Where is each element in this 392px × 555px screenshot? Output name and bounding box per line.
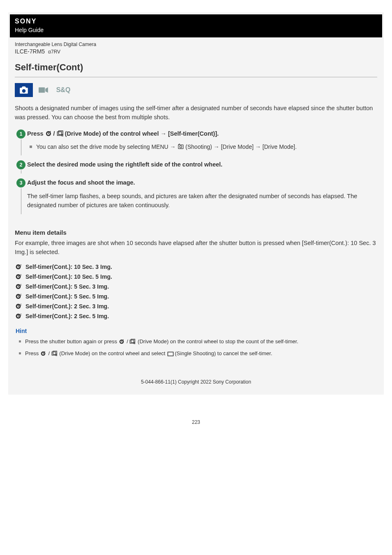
page-number: 223 xyxy=(0,407,392,429)
timer-cont-icon xyxy=(15,303,23,310)
product-info: Interchangeable Lens Digital Camera ILCE… xyxy=(10,37,382,55)
brand-logo: SONY xyxy=(15,18,377,25)
burst-icon xyxy=(57,130,63,137)
step-badge-2: 2 xyxy=(16,160,25,169)
model-code: ILCE-7RM5 xyxy=(15,48,45,55)
step-3-title: Adjust the focus and shoot the image. xyxy=(27,178,377,187)
menu-item-details-text: For example, three images are shot when … xyxy=(10,238,382,262)
burst-icon xyxy=(51,351,58,357)
single-rect-icon xyxy=(167,351,173,357)
timer-cont-icon xyxy=(15,283,23,290)
step-badge-1: 1 xyxy=(16,130,25,139)
step-2-title: Select the desired mode using the right/… xyxy=(27,160,377,169)
shooting-menu-icon xyxy=(177,143,184,150)
burst-icon xyxy=(129,339,136,345)
sq-mode-badge: S&Q xyxy=(54,83,72,97)
steps-container: 1 Press / (Drive Mode) of the control wh… xyxy=(10,130,382,214)
list-item: Self-timer(Cont.): 5 Sec. 3 Img. xyxy=(15,282,377,291)
photo-mode-badge xyxy=(15,83,33,97)
page-title: Self-timer(Cont) xyxy=(10,55,382,77)
help-guide-label: Help Guide xyxy=(15,27,377,33)
timer-cont-icon xyxy=(15,273,23,280)
list-item: Self-timer(Cont.): 5 Sec. 5 Img. xyxy=(15,291,377,301)
step-badge-3: 3 xyxy=(16,178,25,187)
step-3-desc: The self-timer lamp flashes, a beep soun… xyxy=(27,192,377,210)
timer-cont-icon xyxy=(15,293,23,300)
timer-icon xyxy=(119,339,125,345)
timer-icon xyxy=(40,351,47,357)
video-mode-badge xyxy=(35,83,53,97)
hint-bullet-1: Press the shutter button again or press … xyxy=(16,338,376,346)
list-item: Self-timer(Cont.): 10 Sec. 3 Img. xyxy=(15,262,377,272)
list-item: Self-timer(Cont.): 10 Sec. 5 Img. xyxy=(15,272,377,282)
product-type: Interchangeable Lens Digital Camera xyxy=(15,42,377,47)
menu-item-details-heading: Menu item details xyxy=(10,219,382,238)
step-1-title: Press / (Drive Mode) of the control whee… xyxy=(27,130,377,139)
hint-section: Hint Press the shutter button again or p… xyxy=(10,325,382,358)
step-2: 2 Select the desired mode using the righ… xyxy=(15,160,377,173)
copyright-footer: 5-044-866-11(1) Copyright 2022 Sony Corp… xyxy=(10,361,382,385)
model-suffix: α7RV xyxy=(48,49,60,55)
list-item: Self-timer(Cont.): 2 Sec. 5 Img. xyxy=(15,311,377,321)
timer-icon xyxy=(45,130,52,137)
timer-cont-icon xyxy=(15,263,23,271)
model-line: ILCE-7RM5 α7RV xyxy=(15,48,377,55)
mode-badge-row: S&Q xyxy=(10,83,382,104)
hint-bullet-2: Press / (Drive Mode) on the control whee… xyxy=(16,349,376,358)
header-bar: SONY Help Guide xyxy=(10,14,382,37)
timer-cont-icon xyxy=(15,312,23,320)
step-3: 3 Adjust the focus and shoot the image. … xyxy=(15,178,377,214)
menu-item-list: Self-timer(Cont.): 10 Sec. 3 Img. Self-t… xyxy=(10,262,382,325)
intro-text: Shoots a designated number of images usi… xyxy=(10,104,382,130)
step-1: 1 Press / (Drive Mode) of the control wh… xyxy=(15,130,377,155)
step-1-bullet: You can also set the drive mode by selec… xyxy=(27,143,377,152)
page-container: SONY Help Guide Interchangeable Lens Dig… xyxy=(8,12,384,395)
list-item: Self-timer(Cont.): 2 Sec. 3 Img. xyxy=(15,301,377,311)
hint-heading: Hint xyxy=(16,328,376,334)
divider xyxy=(15,77,377,77)
